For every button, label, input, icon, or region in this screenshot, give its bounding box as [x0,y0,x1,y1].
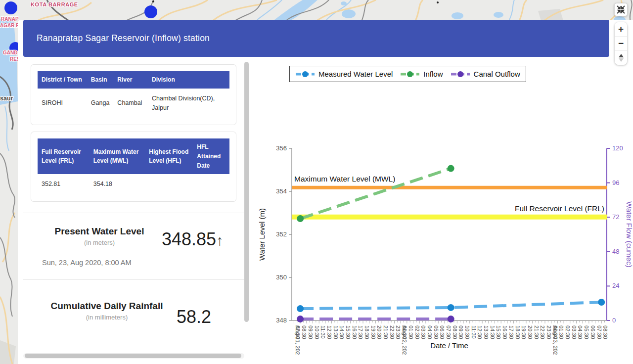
svg-text:120: 120 [612,144,623,152]
legend-entry-inflow[interactable]: Inflow [400,70,443,78]
station-detail-panel: Ranapratap Sagar Reservoir (Inflow) stat… [18,20,633,364]
map-poi-dot [437,1,439,3]
svg-text:16:30: 16:30 [352,325,358,339]
station-marker[interactable] [4,1,17,14]
table-cell: SIROHI [38,89,87,119]
table-cell: 354.18 [90,174,145,194]
present-water-level-value: 348.85↑ [162,229,224,250]
svg-text:03:30: 03:30 [420,325,426,339]
compress-icon [617,5,625,14]
svg-text:11:30: 11:30 [320,325,326,339]
svg-text:13:30: 13:30 [483,325,489,339]
svg-text:14:30: 14:30 [490,325,496,339]
svg-text:01:30: 01:30 [408,325,414,339]
svg-text:10:30: 10:30 [464,325,470,339]
svg-text:22:30: 22:30 [540,325,545,339]
svg-text:12:30: 12:30 [326,325,332,339]
svg-text:24: 24 [612,282,619,289]
right-y-axis: 024487296120Water Flow (cumec) [607,144,633,324]
svg-text:06:30: 06:30 [590,325,596,339]
svg-text:04:30: 04:30 [577,325,583,339]
svg-text:72: 72 [612,213,619,221]
svg-text:07:30: 07:30 [446,325,452,339]
svg-text:11:30: 11:30 [471,325,477,339]
column-header: Basin [87,71,114,89]
present-water-level-section: Present Water Level (in meters) 348.85↑ … [23,213,244,269]
svg-text:20:30: 20:30 [376,325,382,339]
fullscreen-toggle-button[interactable] [614,3,628,16]
map-zoom-control: + − [615,22,627,65]
legend-swatch [295,71,315,78]
svg-text:48: 48 [612,248,619,255]
svg-text:07:30: 07:30 [596,325,602,339]
svg-text:09:30: 09:30 [458,325,464,339]
svg-text:22:30: 22:30 [389,325,395,339]
station-location-card: District / TownBasinRiverDivisionSIROHIG… [31,64,236,125]
svg-text:18:30: 18:30 [364,325,370,339]
zoom-out-button[interactable]: − [615,37,627,51]
right-axis-title: Water Flow (cumec) [625,201,633,268]
station-info-column: District / TownBasinRiverDivisionSIROHIG… [23,62,244,329]
present-water-level-unit: (in meters) [42,239,157,246]
svg-text:17:30: 17:30 [358,325,363,339]
rainfall-title: Cumulative Daily Rainfall [42,301,172,312]
svg-text:Full Reservoir Level (FRL): Full Reservoir Level (FRL) [515,204,604,213]
map-label-reservoir2-line1: GAND [3,50,17,55]
pan-stepper[interactable] [615,51,627,65]
column-header: District / Town [38,71,87,89]
svg-text:03:30: 03:30 [571,325,577,339]
station-marker[interactable] [144,5,157,18]
rainfall-value: 58.2 [177,307,211,327]
vertical-scrollbar[interactable] [244,62,249,322]
svg-text:350: 350 [276,273,287,281]
svg-text:08:30: 08:30 [452,325,458,339]
map-poi-dot [152,0,154,2]
reference-line-mwl: Maximum Water Level (MWL) [292,175,607,187]
svg-text:02:30: 02:30 [565,325,571,339]
svg-text:09:30: 09:30 [308,325,314,339]
svg-text:19:30: 19:30 [370,325,376,339]
svg-text:Aug 23, 202: Aug 23, 202 [552,325,558,355]
svg-text:02:30: 02:30 [414,325,420,339]
svg-text:352: 352 [276,230,287,238]
svg-text:10:30: 10:30 [314,325,320,339]
legend-entry-canal-outflow[interactable]: Canal Outflow [451,70,520,78]
column-header: Division [148,71,229,89]
svg-text:16:30: 16:30 [502,325,508,339]
svg-text:19:30: 19:30 [521,325,527,339]
svg-text:23:30: 23:30 [546,325,552,339]
table-cell: 352.81 [38,174,90,194]
svg-text:Aug 21, 202: Aug 21, 202 [295,325,301,355]
map-label-town: saur [0,95,13,102]
svg-text:0: 0 [612,317,616,324]
left-y-axis: 348350352354356Water Level (m) [258,144,292,324]
rainfall-unit: (in millimeters) [42,314,172,321]
page-title: Ranapratap Sagar Reservoir (Inflow) stat… [37,33,210,44]
svg-text:04:30: 04:30 [427,325,433,339]
water-level-flow-chart: 07:3008:3009:3010:3011:3012:3013:3014:30… [250,57,633,364]
svg-text:15:30: 15:30 [496,325,501,339]
svg-text:96: 96 [612,179,619,186]
column-header: HFL Attained Date [193,138,229,174]
reading-timestamp: Sun, 23, Aug 2020, 8:00 AM [42,259,241,267]
levels-table: Full Reservoir Level (FRL)Maximum Water … [38,138,229,194]
svg-text:Aug 22, 202: Aug 22, 202 [402,325,407,355]
svg-text:05:30: 05:30 [433,325,439,339]
svg-text:01:30: 01:30 [558,325,564,339]
svg-text:21:30: 21:30 [534,325,540,339]
svg-text:23:30: 23:30 [395,325,401,339]
svg-text:08:30: 08:30 [602,325,608,339]
column-header: Maximum Water Level (MWL) [90,138,145,174]
horizontal-scrollbar[interactable] [25,354,241,358]
map-label-reservoir1-line1: RANAP [1,16,19,22]
column-header: Full Reservoir Level (FRL) [38,138,90,174]
table-cell: Ganga [87,89,114,119]
svg-text:20:30: 20:30 [527,325,533,339]
zoom-in-button[interactable]: + [615,22,627,37]
map-lake [342,9,356,18]
legend-swatch [451,71,470,78]
column-header: River [113,71,148,89]
arrow-down-icon [619,58,624,62]
legend-entry-measured-water-level[interactable]: Measured Water Level [295,70,393,78]
present-water-level-title: Present Water Level [42,226,157,237]
